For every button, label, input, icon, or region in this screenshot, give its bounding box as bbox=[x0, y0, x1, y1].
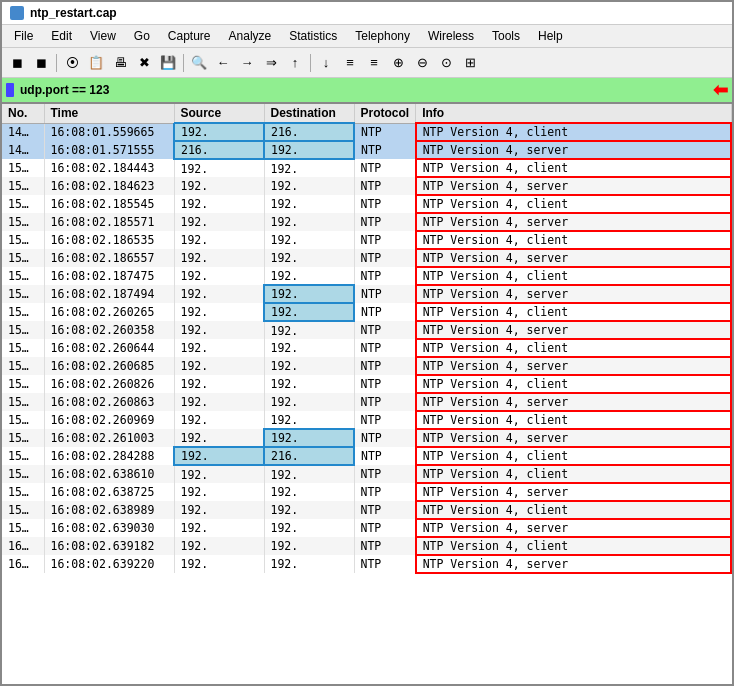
toolbar-btn-reload[interactable]: ◼ bbox=[30, 52, 52, 74]
menu-item-view[interactable]: View bbox=[82, 27, 124, 45]
table-row[interactable]: 15…16:08:02.184623192.192.NTPNTP Version… bbox=[2, 177, 731, 195]
table-row[interactable]: 16…16:08:02.639182192.192.NTPNTP Version… bbox=[2, 537, 731, 555]
cell-protocol: NTP bbox=[354, 213, 416, 231]
cell-info: NTP Version 4, server bbox=[416, 519, 731, 537]
toolbar-btn-print[interactable]: 🖶 bbox=[109, 52, 131, 74]
cell-time: 16:08:02.638989 bbox=[44, 501, 174, 519]
table-row[interactable]: 15…16:08:02.284288192.216.NTPNTP Version… bbox=[2, 447, 731, 465]
table-row[interactable]: 15…16:08:02.260358192.192.NTPNTP Version… bbox=[2, 321, 731, 339]
toolbar-btn-close[interactable]: ✖ bbox=[133, 52, 155, 74]
cell-protocol: NTP bbox=[354, 195, 416, 213]
cell-no: 15… bbox=[2, 303, 44, 321]
cell-protocol: NTP bbox=[354, 159, 416, 177]
table-row[interactable]: 15…16:08:02.638725192.192.NTPNTP Version… bbox=[2, 483, 731, 501]
table-row[interactable]: 15…16:08:02.261003192.192.NTPNTP Version… bbox=[2, 429, 731, 447]
table-row[interactable]: 14…16:08:01.571555216.192.NTPNTP Version… bbox=[2, 141, 731, 159]
table-row[interactable]: 15…16:08:02.186535192.192.NTPNTP Version… bbox=[2, 231, 731, 249]
table-row[interactable]: 15…16:08:02.260644192.192.NTPNTP Version… bbox=[2, 339, 731, 357]
table-row[interactable]: 15…16:08:02.638610192.192.NTPNTP Version… bbox=[2, 465, 731, 483]
col-header-destination[interactable]: Destination bbox=[264, 104, 354, 123]
menu-item-edit[interactable]: Edit bbox=[43, 27, 80, 45]
toolbar-btn-up[interactable]: ↑ bbox=[284, 52, 306, 74]
cell-no: 15… bbox=[2, 465, 44, 483]
filter-apply-arrow[interactable]: ⬅ bbox=[713, 79, 728, 101]
table-row[interactable]: 15…16:08:02.185571192.192.NTPNTP Version… bbox=[2, 213, 731, 231]
cell-info: NTP Version 4, server bbox=[416, 249, 731, 267]
table-row[interactable]: 14…16:08:01.559665192.216.NTPNTP Version… bbox=[2, 123, 731, 141]
cell-source: 192. bbox=[174, 321, 264, 339]
table-row[interactable]: 15…16:08:02.260969192.192.NTPNTP Version… bbox=[2, 411, 731, 429]
toolbar-btn-zoom-out[interactable]: ⊖ bbox=[411, 52, 433, 74]
table-row[interactable]: 15…16:08:02.638989192.192.NTPNTP Version… bbox=[2, 501, 731, 519]
cell-protocol: NTP bbox=[354, 465, 416, 483]
toolbar-btn-down[interactable]: ↓ bbox=[315, 52, 337, 74]
cell-destination: 216. bbox=[264, 123, 354, 141]
cell-destination: 192. bbox=[264, 519, 354, 537]
toolbar-btn-live-capture[interactable]: ⦿ bbox=[61, 52, 83, 74]
cell-source: 192. bbox=[174, 555, 264, 573]
cell-no: 15… bbox=[2, 411, 44, 429]
toolbar-btn-open-file[interactable]: 📋 bbox=[85, 52, 107, 74]
toolbar-btn-zoom-in[interactable]: ⊕ bbox=[387, 52, 409, 74]
table-row[interactable]: 15…16:08:02.187475192.192.NTPNTP Version… bbox=[2, 267, 731, 285]
col-header-no[interactable]: No. bbox=[2, 104, 44, 123]
col-header-time[interactable]: Time bbox=[44, 104, 174, 123]
toolbar-btn-col-prev[interactable]: ≡ bbox=[339, 52, 361, 74]
col-header-source[interactable]: Source bbox=[174, 104, 264, 123]
cell-destination: 192. bbox=[264, 357, 354, 375]
menu-item-go[interactable]: Go bbox=[126, 27, 158, 45]
cell-time: 16:08:02.261003 bbox=[44, 429, 174, 447]
cell-source: 192. bbox=[174, 303, 264, 321]
cell-source: 192. bbox=[174, 429, 264, 447]
toolbar-btn-back[interactable]: ← bbox=[212, 52, 234, 74]
table-row[interactable]: 15…16:08:02.185545192.192.NTPNTP Version… bbox=[2, 195, 731, 213]
table-row[interactable]: 15…16:08:02.184443192.192.NTPNTP Version… bbox=[2, 159, 731, 177]
toolbar-btn-forward[interactable]: → bbox=[236, 52, 258, 74]
menu-item-analyze[interactable]: Analyze bbox=[221, 27, 280, 45]
cell-destination: 192. bbox=[264, 285, 354, 303]
table-row[interactable]: 15…16:08:02.260826192.192.NTPNTP Version… bbox=[2, 375, 731, 393]
cell-no: 15… bbox=[2, 159, 44, 177]
menu-item-wireless[interactable]: Wireless bbox=[420, 27, 482, 45]
toolbar-btn-col-next[interactable]: ≡ bbox=[363, 52, 385, 74]
cell-destination: 216. bbox=[264, 447, 354, 465]
col-header-protocol[interactable]: Protocol bbox=[354, 104, 416, 123]
cell-protocol: NTP bbox=[354, 375, 416, 393]
table-row[interactable]: 15…16:08:02.186557192.192.NTPNTP Version… bbox=[2, 249, 731, 267]
cell-time: 16:08:02.185571 bbox=[44, 213, 174, 231]
toolbar-btn-goto[interactable]: ⇒ bbox=[260, 52, 282, 74]
cell-info: NTP Version 4, server bbox=[416, 483, 731, 501]
cell-protocol: NTP bbox=[354, 357, 416, 375]
cell-info: NTP Version 4, client bbox=[416, 267, 731, 285]
menu-item-capture[interactable]: Capture bbox=[160, 27, 219, 45]
table-row[interactable]: 15…16:08:02.639030192.192.NTPNTP Version… bbox=[2, 519, 731, 537]
cell-info: NTP Version 4, client bbox=[416, 303, 731, 321]
table-row[interactable]: 15…16:08:02.260685192.192.NTPNTP Version… bbox=[2, 357, 731, 375]
menu-item-statistics[interactable]: Statistics bbox=[281, 27, 345, 45]
filter-input[interactable] bbox=[20, 83, 707, 97]
table-header-row: No. Time Source Destination Protocol Inf… bbox=[2, 104, 731, 123]
cell-protocol: NTP bbox=[354, 303, 416, 321]
table-row[interactable]: 15…16:08:02.260863192.192.NTPNTP Version… bbox=[2, 393, 731, 411]
table-row[interactable]: 16…16:08:02.639220192.192.NTPNTP Version… bbox=[2, 555, 731, 573]
cell-info: NTP Version 4, server bbox=[416, 393, 731, 411]
menu-item-telephony[interactable]: Telephony bbox=[347, 27, 418, 45]
col-header-info[interactable]: Info bbox=[416, 104, 731, 123]
menu-item-help[interactable]: Help bbox=[530, 27, 571, 45]
menu-item-tools[interactable]: Tools bbox=[484, 27, 528, 45]
menu-item-file[interactable]: File bbox=[6, 27, 41, 45]
cell-destination: 192. bbox=[264, 267, 354, 285]
cell-source: 192. bbox=[174, 249, 264, 267]
toolbar-btn-find[interactable]: 🔍 bbox=[188, 52, 210, 74]
cell-protocol: NTP bbox=[354, 231, 416, 249]
toolbar-btn-save[interactable]: 💾 bbox=[157, 52, 179, 74]
toolbar-btn-col-pref[interactable]: ⊞ bbox=[459, 52, 481, 74]
toolbar-btn-open[interactable]: ◼ bbox=[6, 52, 28, 74]
cell-destination: 192. bbox=[264, 411, 354, 429]
app-icon bbox=[10, 6, 24, 20]
cell-no: 15… bbox=[2, 519, 44, 537]
table-row[interactable]: 15…16:08:02.260265192.192.NTPNTP Version… bbox=[2, 303, 731, 321]
table-row[interactable]: 15…16:08:02.187494192.192.NTPNTP Version… bbox=[2, 285, 731, 303]
cell-destination: 192. bbox=[264, 501, 354, 519]
toolbar-btn-zoom-fit[interactable]: ⊙ bbox=[435, 52, 457, 74]
